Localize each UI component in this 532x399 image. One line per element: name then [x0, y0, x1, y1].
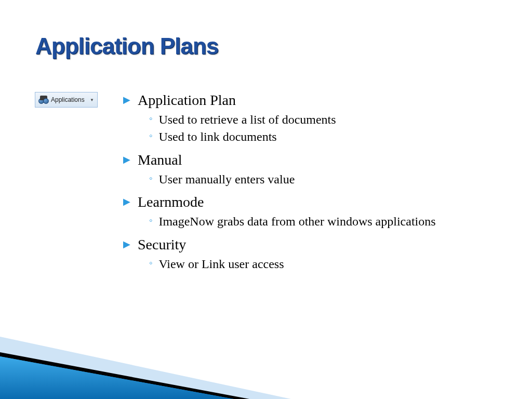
chevron-down-icon: ▼ — [90, 98, 94, 102]
slide-decoration — [0, 337, 532, 399]
bullet-label: Application Plan — [138, 90, 236, 110]
circle-icon: ◦ — [149, 215, 152, 226]
applications-button-label: Applications — [51, 96, 85, 103]
circle-icon: ◦ — [149, 258, 152, 269]
list-sub-item: ◦ View or Link user access — [149, 256, 487, 273]
sub-label: Used to retrieve a list of documents — [158, 111, 336, 129]
list-sub-item: ◦ User manually enters value — [149, 171, 487, 189]
bullet-label: Manual — [138, 150, 182, 170]
slide-title: Application Plans — [35, 33, 218, 59]
slide-content: ▶ Application Plan ◦ Used to retrieve a … — [123, 90, 487, 277]
binoculars-icon — [38, 96, 49, 104]
circle-icon: ◦ — [149, 173, 152, 184]
sub-label: User manually enters value — [158, 171, 295, 189]
bullet-label: Learnmode — [138, 192, 204, 212]
bullet-icon: ▶ — [123, 154, 130, 165]
sub-label: Used to link documents — [158, 128, 276, 146]
circle-icon: ◦ — [149, 130, 152, 141]
circle-icon: ◦ — [149, 113, 152, 124]
list-item: ▶ Application Plan — [123, 90, 487, 110]
list-sub-item: ◦ Used to link documents — [149, 128, 487, 146]
bullet-icon: ▶ — [123, 94, 130, 105]
list-item: ▶ Learnmode — [123, 192, 487, 212]
applications-dropdown-button[interactable]: Applications ▼ — [35, 92, 98, 108]
list-item: ▶ Security — [123, 235, 487, 255]
svg-marker-3 — [0, 356, 234, 399]
bullet-icon: ▶ — [123, 196, 130, 207]
list-sub-item: ◦ Used to retrieve a list of documents — [149, 111, 487, 129]
svg-marker-2 — [0, 356, 234, 399]
svg-marker-1 — [0, 352, 249, 399]
bullet-icon: ▶ — [123, 238, 130, 250]
sub-label: ImageNow grabs data from other windows a… — [158, 213, 435, 231]
bullet-label: Security — [138, 235, 186, 255]
svg-marker-0 — [0, 337, 291, 399]
list-sub-item: ◦ ImageNow grabs data from other windows… — [149, 213, 487, 231]
list-item: ▶ Manual — [123, 150, 487, 170]
sub-label: View or Link user access — [158, 256, 284, 273]
